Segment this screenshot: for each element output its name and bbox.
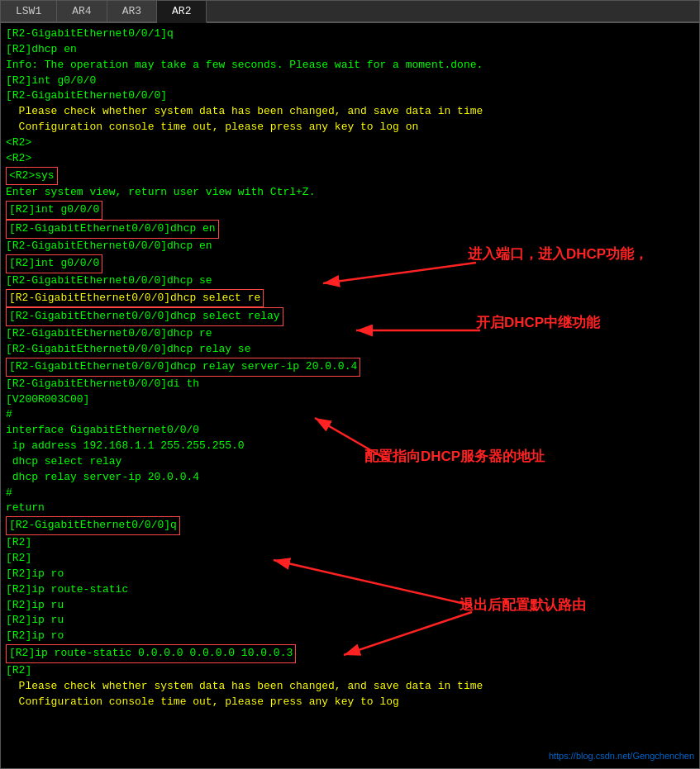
terminal-line: [R2]	[6, 535, 694, 551]
terminal-line: [R2]int g0/0/0	[6, 74, 694, 89]
terminal-line: ip address 192.168.1.1 255.255.255.0	[6, 439, 694, 454]
terminal-line: #	[6, 407, 694, 423]
terminal-line: [R2-GigabitEthernet0/0/0]q	[6, 516, 694, 535]
terminal-line: <R2>sys	[6, 167, 694, 186]
terminal-line: [R2]ip ro	[6, 567, 694, 582]
terminal-line: [R2-GigabitEthernet0/0/0]dhcp en	[6, 239, 694, 254]
terminal-line: Enter system view, return user view with…	[6, 185, 694, 201]
terminal-line: [R2-GigabitEthernet0/0/0]di th	[6, 377, 694, 392]
terminal-line: Info: The operation may take a few secon…	[6, 58, 694, 74]
terminal-line: [R2-GigabitEthernet0/0/0]dhcp select rel…	[6, 307, 694, 326]
terminal-line: [R2]ip ro	[6, 629, 694, 644]
terminal-line: [R2]ip ru	[6, 598, 694, 614]
terminal-line: #	[6, 486, 694, 501]
terminal-line: Please check whether system data has bee…	[6, 679, 694, 695]
terminal-line: dhcp select relay	[6, 454, 694, 470]
terminal-line: Please check whether system data has bee…	[6, 104, 694, 120]
tab-lsw1[interactable]: LSW1	[1, 1, 57, 21]
tab-ar3[interactable]: AR3	[107, 1, 157, 21]
terminal-line: [R2]	[6, 663, 694, 679]
tab-bar[interactable]: LSW1 AR4 AR3 AR2	[1, 1, 699, 23]
terminal-line: Configuration console time out, please p…	[6, 695, 694, 710]
terminal-line: interface GigabitEthernet0/0/0	[6, 423, 694, 439]
terminal-content: [R2-GigabitEthernet0/0/1]q[R2]dhcp enInf…	[6, 26, 694, 710]
terminal-line: [R2-GigabitEthernet0/0/0]dhcp en	[6, 220, 694, 239]
terminal-line: [R2]ip ru	[6, 613, 694, 629]
tab-ar4[interactable]: AR4	[57, 1, 107, 21]
terminal-area[interactable]: [R2-GigabitEthernet0/0/1]q[R2]dhcp enInf…	[1, 23, 699, 768]
terminal-line: [R2]ip route-static 0.0.0.0 0.0.0.0 10.0…	[6, 644, 694, 663]
terminal-line: [R2]	[6, 551, 694, 567]
terminal-line: [R2]int g0/0/0	[6, 201, 694, 220]
terminal-line: dhcp relay server-ip 20.0.0.4	[6, 470, 694, 486]
terminal-line: [R2]dhcp en	[6, 42, 694, 58]
terminal-line: [R2-GigabitEthernet0/0/0]dhcp re	[6, 326, 694, 342]
terminal-line: [R2]int g0/0/0	[6, 254, 694, 273]
terminal-line: [R2-GigabitEthernet0/0/0]dhcp select re	[6, 289, 694, 308]
terminal-line: [R2-GigabitEthernet0/0/0]dhcp relay serv…	[6, 358, 694, 377]
main-window: LSW1 AR4 AR3 AR2 [R2-GigabitEthernet0/0/…	[0, 0, 700, 769]
terminal-line: Configuration console time out, please p…	[6, 120, 694, 135]
terminal-line: [R2-GigabitEthernet0/0/1]q	[6, 26, 694, 42]
tab-ar2[interactable]: AR2	[157, 1, 207, 23]
terminal-line: [R2-GigabitEthernet0/0/0]	[6, 88, 694, 104]
terminal-line: [R2-GigabitEthernet0/0/0]dhcp se	[6, 273, 694, 289]
terminal-line: [R2]ip route-static	[6, 582, 694, 598]
terminal-line: [R2-GigabitEthernet0/0/0]dhcp relay se	[6, 342, 694, 358]
terminal-line: <R2>	[6, 151, 694, 167]
terminal-line: return	[6, 501, 694, 516]
terminal-line: <R2>	[6, 135, 694, 151]
watermark: https://blog.csdn.net/Gengchenchen	[549, 750, 694, 763]
terminal-line: [V200R003C00]	[6, 392, 694, 408]
